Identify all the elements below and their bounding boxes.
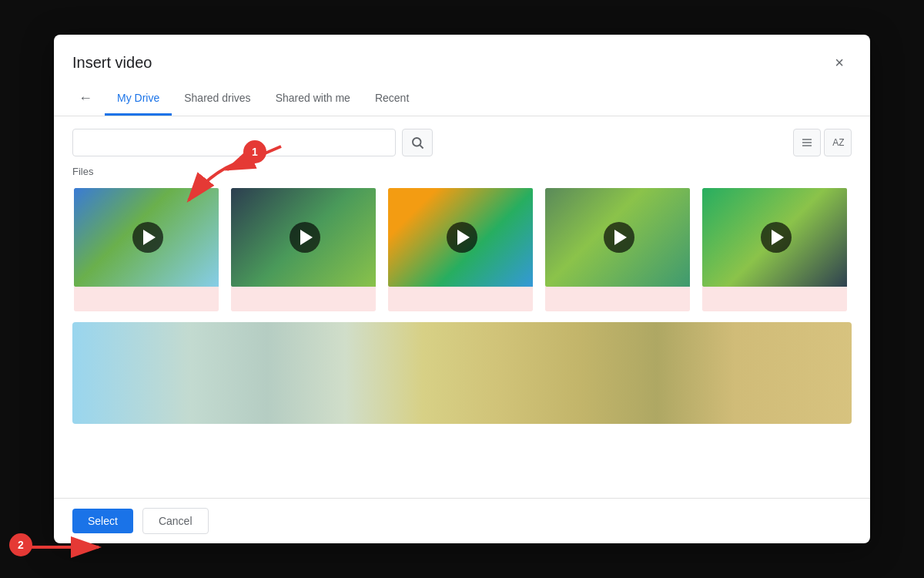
list-view-icon bbox=[801, 136, 813, 149]
play-overlay-2 bbox=[231, 188, 377, 287]
preview-section bbox=[72, 322, 852, 424]
sort-view-button[interactable]: AZ bbox=[824, 129, 852, 156]
video-thumb-1 bbox=[74, 188, 220, 287]
svg-rect-5 bbox=[802, 142, 812, 143]
annotation-badge-2: 2 bbox=[9, 533, 32, 556]
video-info-2 bbox=[231, 287, 376, 311]
view-controls: AZ bbox=[793, 129, 852, 156]
video-thumb-5 bbox=[702, 188, 849, 287]
svg-rect-4 bbox=[802, 139, 812, 139]
annotation-badge-1: 1 bbox=[243, 140, 266, 163]
svg-rect-6 bbox=[802, 145, 812, 146]
tab-my-drive[interactable]: My Drive bbox=[105, 82, 172, 116]
video-info-5 bbox=[702, 287, 847, 311]
play-button-3 bbox=[447, 222, 477, 253]
play-overlay-1 bbox=[74, 188, 220, 287]
play-button-1 bbox=[132, 222, 163, 253]
video-card-2[interactable] bbox=[229, 187, 377, 313]
video-info-4 bbox=[545, 287, 690, 311]
play-icon-4 bbox=[614, 230, 627, 245]
play-overlay-3 bbox=[388, 188, 534, 287]
modal-header: Insert video × bbox=[54, 35, 870, 75]
modal-title: Insert video bbox=[72, 54, 152, 72]
video-card-5[interactable] bbox=[701, 187, 849, 313]
video-thumb-4 bbox=[545, 188, 691, 287]
sort-icon: AZ bbox=[832, 136, 844, 149]
video-thumb-2 bbox=[231, 188, 377, 287]
tab-back-button[interactable]: ← bbox=[72, 81, 99, 116]
play-button-4 bbox=[604, 222, 634, 253]
tab-shared-drives[interactable]: Shared drives bbox=[172, 82, 263, 116]
play-icon-5 bbox=[772, 230, 784, 245]
video-info-1 bbox=[74, 287, 219, 311]
video-card-4[interactable] bbox=[544, 187, 691, 313]
video-thumb-3 bbox=[388, 188, 534, 287]
play-overlay-5 bbox=[702, 188, 849, 287]
list-view-button[interactable] bbox=[793, 129, 821, 156]
svg-point-2 bbox=[413, 138, 421, 146]
cancel-button[interactable]: Cancel bbox=[142, 508, 209, 534]
select-button[interactable]: Select bbox=[72, 509, 133, 533]
modal-body: AZ Files bbox=[54, 116, 870, 498]
search-input[interactable] bbox=[72, 129, 396, 156]
play-button-2 bbox=[290, 222, 320, 253]
close-button[interactable]: × bbox=[827, 50, 852, 75]
video-grid bbox=[72, 187, 852, 313]
files-label: Files bbox=[72, 166, 852, 177]
play-button-5 bbox=[761, 222, 792, 253]
tabs-bar: ← My Drive Shared drives Shared with me … bbox=[54, 81, 870, 116]
play-icon-1 bbox=[143, 230, 156, 245]
play-icon-3 bbox=[457, 230, 470, 245]
video-info-3 bbox=[388, 287, 533, 311]
search-row: AZ bbox=[72, 129, 852, 156]
video-card-3[interactable] bbox=[387, 187, 534, 313]
tab-recent[interactable]: Recent bbox=[363, 82, 421, 116]
modal-footer: Select Cancel bbox=[54, 498, 870, 543]
search-icon bbox=[410, 136, 424, 150]
play-icon-2 bbox=[300, 230, 313, 245]
play-overlay-4 bbox=[545, 188, 691, 287]
svg-line-3 bbox=[420, 145, 423, 148]
tab-shared-with-me[interactable]: Shared with me bbox=[263, 82, 363, 116]
video-card-1[interactable] bbox=[72, 187, 220, 313]
search-button[interactable] bbox=[402, 129, 433, 156]
insert-video-modal: Insert video × ← My Drive Shared drives … bbox=[54, 35, 870, 543]
svg-text:AZ: AZ bbox=[832, 137, 844, 148]
